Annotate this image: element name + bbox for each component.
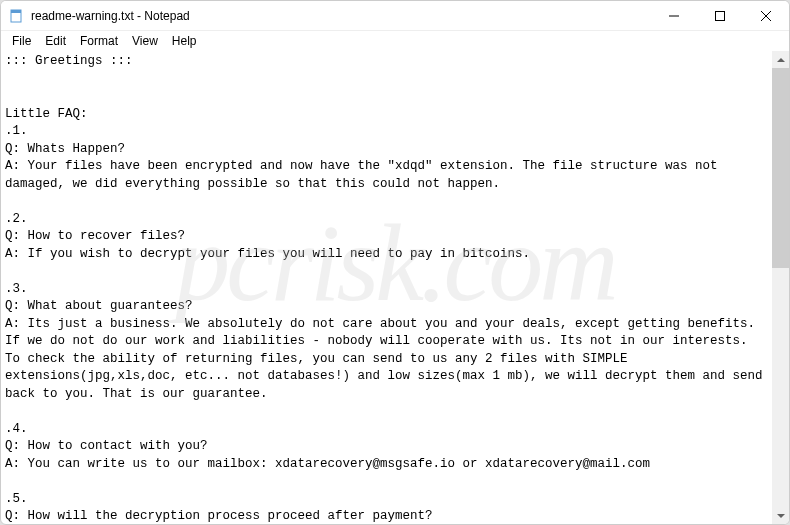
window-title: readme-warning.txt - Notepad [31, 9, 651, 23]
menu-edit[interactable]: Edit [38, 33, 73, 49]
close-button[interactable] [743, 1, 789, 31]
minimize-button[interactable] [651, 1, 697, 31]
svg-rect-1 [11, 10, 21, 13]
svg-rect-3 [716, 12, 725, 21]
menu-file[interactable]: File [5, 33, 38, 49]
window-controls [651, 1, 789, 30]
notepad-window: readme-warning.txt - Notepad File Edit F… [0, 0, 790, 525]
menu-help[interactable]: Help [165, 33, 204, 49]
menubar: File Edit Format View Help [1, 31, 789, 51]
menu-format[interactable]: Format [73, 33, 125, 49]
maximize-button[interactable] [697, 1, 743, 31]
svg-marker-7 [777, 514, 785, 518]
scroll-up-arrow[interactable] [772, 51, 789, 68]
scroll-track[interactable] [772, 68, 789, 507]
text-content[interactable]: ::: Greetings ::: Little FAQ: .1. Q: Wha… [1, 51, 772, 524]
editor-area: ::: Greetings ::: Little FAQ: .1. Q: Wha… [1, 51, 789, 524]
titlebar[interactable]: readme-warning.txt - Notepad [1, 1, 789, 31]
notepad-icon [9, 8, 25, 24]
scroll-down-arrow[interactable] [772, 507, 789, 524]
svg-marker-6 [777, 58, 785, 62]
menu-view[interactable]: View [125, 33, 165, 49]
vertical-scrollbar[interactable] [772, 51, 789, 524]
scroll-thumb[interactable] [772, 68, 789, 268]
